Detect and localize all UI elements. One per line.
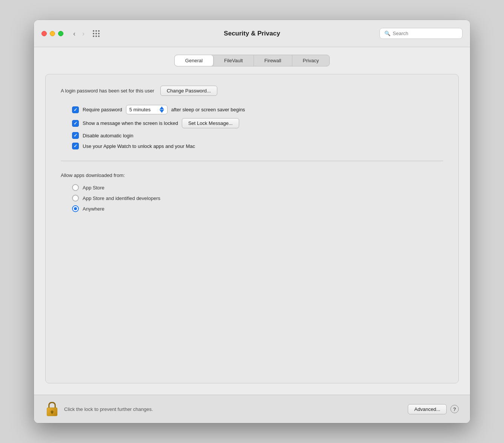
titlebar: ‹ › Security & Privacy 🔍 (34, 20, 470, 47)
maximize-button[interactable] (58, 31, 63, 36)
show-message-label: Show a message when the screen is locked (83, 120, 178, 126)
radio-app-store-dev-row: App Store and identified developers (72, 195, 443, 202)
password-set-row: A login password has been set for this u… (61, 86, 443, 96)
lock-icon[interactable] (45, 401, 59, 417)
tab-general[interactable]: General (175, 55, 214, 66)
require-password-checkbox[interactable] (72, 106, 79, 113)
radio-anywhere-row: Anywhere (72, 205, 443, 212)
require-password-row: Require password 5 minutes immediately 1… (72, 105, 443, 114)
apple-watch-checkbox[interactable] (72, 143, 79, 149)
apple-watch-label: Use your Apple Watch to unlock apps and … (83, 143, 195, 149)
radio-app-store[interactable] (72, 184, 79, 191)
radio-app-store-dev-label: App Store and identified developers (83, 195, 160, 201)
tabs-container: General FileVault Firewall Privacy (45, 55, 459, 66)
stepper-up-arrow[interactable] (160, 106, 164, 109)
radio-app-store-dev[interactable] (72, 195, 79, 202)
disable-login-label: Disable automatic login (83, 133, 133, 138)
password-timeout-select[interactable]: 5 minutes immediately 1 minute 15 minute… (129, 107, 157, 112)
back-button[interactable]: ‹ (71, 29, 78, 38)
tab-privacy[interactable]: Privacy (292, 55, 330, 66)
set-lock-message-button[interactable]: Set Lock Message... (182, 118, 239, 128)
bottom-buttons: Advanced... ? (408, 404, 459, 414)
svg-rect-3 (51, 412, 53, 414)
stepper-arrows[interactable] (160, 106, 164, 113)
tab-firewall[interactable]: Firewall (254, 55, 292, 66)
nav-buttons: ‹ › (71, 29, 87, 38)
system-preferences-window: ‹ › Security & Privacy 🔍 General FileVau… (34, 20, 470, 423)
minimize-button[interactable] (50, 31, 55, 36)
stepper-down-arrow[interactable] (160, 110, 164, 113)
window-title: Security & Privacy (224, 30, 280, 37)
tab-filevault[interactable]: FileVault (214, 55, 254, 66)
show-message-row: Show a message when the screen is locked… (72, 118, 443, 128)
grid-button[interactable] (90, 29, 103, 38)
advanced-button[interactable]: Advanced... (408, 404, 447, 414)
radio-app-store-label: App Store (83, 185, 104, 191)
show-message-checkbox[interactable] (72, 120, 79, 127)
bottom-bar: Click the lock to prevent further change… (34, 395, 470, 423)
password-set-label: A login password has been set for this u… (61, 88, 154, 94)
general-panel: A login password has been set for this u… (45, 74, 459, 383)
disable-login-checkbox[interactable] (72, 132, 79, 139)
radio-anywhere[interactable] (72, 205, 79, 212)
close-button[interactable] (41, 31, 47, 36)
search-icon: 🔍 (384, 31, 390, 36)
help-button[interactable]: ? (450, 405, 459, 413)
grid-icon (93, 30, 100, 37)
radio-app-store-row: App Store (72, 184, 443, 191)
require-password-after-label: after sleep or screen saver begins (171, 107, 245, 112)
search-bar[interactable]: 🔍 (380, 28, 463, 39)
disable-login-row: Disable automatic login (72, 132, 443, 139)
lock-text: Click the lock to prevent further change… (64, 406, 408, 412)
search-input[interactable] (393, 31, 458, 36)
traffic-lights (41, 31, 63, 36)
forward-button[interactable]: › (80, 29, 87, 38)
radio-anywhere-label: Anywhere (83, 206, 104, 212)
tabs: General FileVault Firewall Privacy (174, 55, 330, 66)
change-password-button[interactable]: Change Password... (160, 86, 217, 96)
main-content: General FileVault Firewall Privacy A log… (34, 47, 470, 395)
downloads-label: Allow apps downloaded from: (61, 172, 443, 178)
require-password-label: Require password (83, 107, 122, 112)
password-timeout-select-wrapper[interactable]: 5 minutes immediately 1 minute 15 minute… (126, 105, 167, 114)
apple-watch-row: Use your Apple Watch to unlock apps and … (72, 143, 443, 149)
divider (61, 161, 443, 161)
